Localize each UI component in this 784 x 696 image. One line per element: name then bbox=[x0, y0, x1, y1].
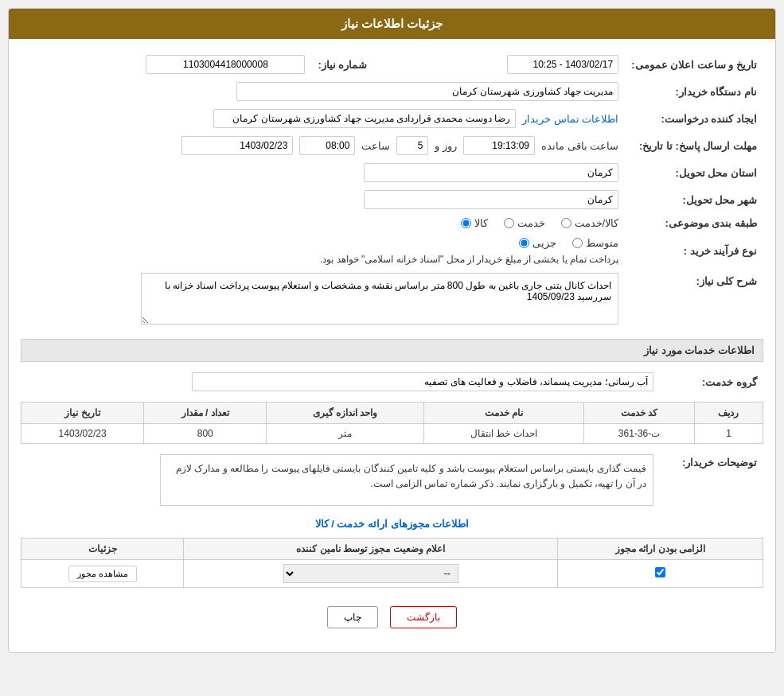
khadamat-header: اطلاعات خدمات مورد نیاز bbox=[21, 339, 763, 362]
tabaqe-khedmat-radio[interactable] bbox=[504, 218, 514, 228]
col-radif: ردیف bbox=[694, 402, 763, 424]
grohe-khedmat-label: گروه خدمت: bbox=[660, 368, 763, 395]
farayand-note: پرداخت تمام یا بخشی از مبلغ خریدار از مح… bbox=[320, 254, 618, 265]
saat-label: ساعت bbox=[361, 140, 390, 152]
farayand-motavaset-label: متوسط bbox=[586, 237, 618, 249]
tabaqe-kala-label: کالا bbox=[474, 217, 488, 229]
mohlat-rooz-input[interactable] bbox=[396, 136, 428, 155]
shahr-input[interactable] bbox=[364, 190, 618, 209]
tarikh-label: تاریخ و ساعت اعلان عمومی: bbox=[625, 51, 763, 78]
tabaqe-kala: کالا bbox=[461, 217, 488, 229]
page-title: جزئیات اطلاعات نیاز bbox=[9, 9, 775, 39]
mojooz-table: الزامی بودن ارائه مجوز اعلام وضعیت مجوز … bbox=[21, 538, 763, 588]
back-button[interactable]: بازگشت bbox=[390, 606, 457, 628]
mojooz-title: اطلاعات مجوزهای ارائه خدمت / کالا bbox=[21, 518, 763, 530]
tabaqe-label: طبقه بندی موضوعی: bbox=[625, 213, 763, 233]
mohlat-date-input[interactable] bbox=[181, 136, 293, 155]
tozi-box: قیمت گذاری بایستی براساس استعلام پیوست ب… bbox=[160, 454, 653, 506]
nam-dastgah-label: نام دستگاه خریدار: bbox=[625, 78, 763, 105]
shomare-niaz-value bbox=[21, 51, 311, 78]
mohlat-saat-input[interactable] bbox=[299, 136, 355, 155]
page-wrapper: جزئیات اطلاعات نیاز تاریخ و ساعت اعلان ع… bbox=[0, 0, 784, 661]
sharh-textarea[interactable]: احداث کانال بتنی جاری باغین به طول 800 م… bbox=[141, 273, 618, 325]
col-tarikh: تاریخ نیاز bbox=[21, 402, 144, 424]
farayand-motavaset-radio[interactable] bbox=[572, 238, 583, 248]
col-tedad: تعداد / مقدار bbox=[144, 402, 267, 424]
ijad-konande-label: ایجاد کننده درخواست: bbox=[625, 105, 763, 132]
ittila-tamas-link[interactable]: اطلاعات تماس خریدار bbox=[522, 113, 618, 125]
col-kod: کد خدمت bbox=[584, 402, 695, 424]
farayand-jozi-radio[interactable] bbox=[519, 238, 529, 248]
mojooz-col-elzami: الزامی بودن ارائه مجوز bbox=[558, 539, 763, 560]
rooz-label: روز و bbox=[435, 140, 457, 152]
print-button[interactable]: چاپ bbox=[327, 606, 378, 628]
main-card: جزئیات اطلاعات نیاز تاریخ و ساعت اعلان ع… bbox=[8, 8, 776, 653]
tabaqe-kala-khedmat-radio[interactable] bbox=[561, 218, 571, 228]
nam-dastgah-input[interactable] bbox=[236, 82, 618, 101]
tozi-label: توضیحات خریدار: bbox=[660, 450, 763, 510]
tozi-table: توضیحات خریدار: قیمت گذاری بایستی براساس… bbox=[21, 450, 763, 510]
grohe-khedmat-input[interactable] bbox=[192, 372, 653, 391]
tarikh-input[interactable] bbox=[507, 55, 618, 74]
col-nam: نام خدمت bbox=[423, 402, 583, 424]
table-row: 1ت-36-361احداث خط انتقالمتر8001403/02/23 bbox=[21, 424, 763, 444]
view-mojooz-button[interactable]: مشاهده مجوز bbox=[68, 566, 137, 582]
mojooz-row: --مشاهده مجوز bbox=[21, 560, 763, 588]
mojooz-col-elam: اعلام وضعیت مجوز توسط نامین کننده bbox=[184, 539, 558, 560]
khadamat-info-table: گروه خدمت: bbox=[21, 368, 763, 395]
tabaqe-kala-khedmat-label: کالا/خدمت bbox=[575, 217, 619, 229]
farayand-jozi-label: جزیی bbox=[532, 237, 556, 249]
sharh-label: شرح کلی نیاز: bbox=[625, 269, 763, 331]
noe-farayand-label: نوع فرآیند خرید : bbox=[625, 233, 763, 269]
card-body: تاریخ و ساعت اعلان عمومی: شماره نیاز: نا… bbox=[9, 39, 775, 652]
info-table: تاریخ و ساعت اعلان عمومی: شماره نیاز: نا… bbox=[21, 51, 763, 331]
elzami-checkbox[interactable] bbox=[655, 567, 665, 577]
services-table: ردیف کد خدمت نام خدمت واحد اندازه گیری ت… bbox=[21, 402, 763, 444]
mande-label: ساعت باقی مانده bbox=[541, 140, 618, 152]
tabaqe-kala-khedmat: کالا/خدمت bbox=[561, 217, 619, 229]
bottom-buttons: بازگشت چاپ bbox=[21, 594, 763, 640]
tabaqe-khedmat-label: خدمت bbox=[517, 217, 545, 229]
mohlat-label: مهلت ارسال پاسخ: تا تاریخ: bbox=[625, 132, 763, 159]
farayand-motavaset: متوسط bbox=[572, 237, 618, 249]
mojooz-col-joz: جزئیات bbox=[21, 539, 184, 560]
col-vahed: واحد اندازه گیری bbox=[267, 402, 423, 424]
shomare-niaz-label: شماره نیاز: bbox=[311, 51, 383, 78]
shomare-niaz-input[interactable] bbox=[146, 55, 305, 74]
tarikh-value bbox=[415, 51, 625, 78]
ostan-label: استان محل تحویل: bbox=[625, 159, 763, 186]
tabaqe-kala-radio[interactable] bbox=[461, 218, 471, 228]
ostan-input[interactable] bbox=[364, 163, 618, 182]
shahr-label: شهر محل تحویل: bbox=[625, 186, 763, 213]
farayand-jozi: جزیی bbox=[519, 237, 556, 249]
mohlat-time-input[interactable] bbox=[463, 136, 535, 155]
tabaqe-khedmat: خدمت bbox=[504, 217, 545, 229]
elam-vaz-select[interactable]: -- bbox=[283, 564, 458, 583]
ijad-konande-input[interactable] bbox=[213, 109, 516, 128]
